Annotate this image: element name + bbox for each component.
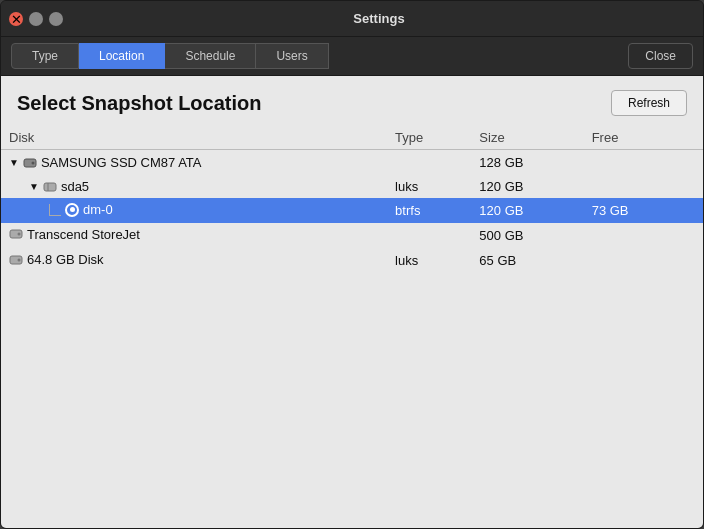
disk-type-cell (387, 223, 471, 249)
hdd-icon (23, 156, 37, 170)
col-header-disk: Disk (1, 126, 387, 150)
expand-arrow: ▼ (29, 181, 39, 192)
settings-window: ✕ Settings Type Location Schedule Users … (0, 0, 704, 529)
main-content: Select Snapshot Location Refresh Disk Ty… (1, 76, 703, 528)
disk-name-cell: dm-0 (1, 198, 387, 223)
disk-free-cell (584, 174, 703, 198)
minimize-button[interactable] (29, 12, 43, 26)
disk-free-cell (584, 248, 703, 274)
table-row[interactable]: Transcend StoreJet 500 GB (1, 223, 703, 249)
close-window-button[interactable]: ✕ (9, 12, 23, 26)
content-header: Select Snapshot Location Refresh (1, 76, 703, 126)
svg-point-8 (18, 258, 21, 261)
partition-icon (43, 180, 57, 194)
col-header-type: Type (387, 126, 471, 150)
tab-location[interactable]: Location (79, 43, 165, 69)
disk-name-cell: ▼ sda5 (1, 174, 387, 198)
disk-free-cell (584, 223, 703, 249)
disk-size-cell: 500 GB (471, 223, 583, 249)
tab-users[interactable]: Users (256, 43, 328, 69)
svg-point-1 (31, 161, 34, 164)
disk-size-cell: 120 GB (471, 174, 583, 198)
window-title: Settings (63, 11, 695, 26)
col-header-size: Size (471, 126, 583, 150)
page-title: Select Snapshot Location (17, 92, 611, 115)
svg-rect-2 (44, 183, 56, 191)
titlebar-buttons: ✕ (9, 12, 63, 26)
disk-label: SAMSUNG SSD CM87 ATA (41, 155, 202, 170)
tab-type[interactable]: Type (11, 43, 79, 69)
disk-type-cell: luks (387, 248, 471, 274)
hdd-icon (9, 253, 23, 267)
svg-point-6 (18, 233, 21, 236)
disk-label: sda5 (61, 179, 89, 194)
table-header-row: Disk Type Size Free (1, 126, 703, 150)
disk-size-cell: 120 GB (471, 198, 583, 223)
table-row[interactable]: dm-0 btrfs120 GB73 GB (1, 198, 703, 223)
disk-type-cell (387, 150, 471, 175)
disk-label: Transcend StoreJet (27, 227, 140, 242)
disk-name-cell: 64.8 GB Disk (1, 248, 387, 274)
tab-schedule[interactable]: Schedule (165, 43, 256, 69)
disk-table: Disk Type Size Free ▼ SAMSUNG SSD CM87 A… (1, 126, 703, 274)
expand-arrow: ▼ (9, 157, 19, 168)
table-row[interactable]: ▼ sda5 luks120 GB (1, 174, 703, 198)
titlebar: ✕ Settings (1, 1, 703, 37)
connector (49, 204, 61, 216)
tab-bar: Type Location Schedule Users Close (1, 37, 703, 76)
hdd-icon (9, 227, 23, 241)
disk-name-cell: ▼ SAMSUNG SSD CM87 ATA (1, 150, 387, 175)
disk-label: 64.8 GB Disk (27, 252, 104, 267)
disk-free-cell: 73 GB (584, 198, 703, 223)
disk-size-cell: 65 GB (471, 248, 583, 274)
dm-icon (65, 203, 79, 217)
col-header-free: Free (584, 126, 703, 150)
refresh-button[interactable]: Refresh (611, 90, 687, 116)
table-row[interactable]: 64.8 GB Disk luks65 GB (1, 248, 703, 274)
close-button[interactable]: Close (628, 43, 693, 69)
disk-free-cell (584, 150, 703, 175)
svg-point-4 (70, 207, 75, 212)
disk-type-cell: btrfs (387, 198, 471, 223)
disk-label: dm-0 (83, 202, 113, 217)
disk-name-cell: Transcend StoreJet (1, 223, 387, 249)
disk-type-cell: luks (387, 174, 471, 198)
table-row[interactable]: ▼ SAMSUNG SSD CM87 ATA 128 GB (1, 150, 703, 175)
disk-size-cell: 128 GB (471, 150, 583, 175)
maximize-button[interactable] (49, 12, 63, 26)
